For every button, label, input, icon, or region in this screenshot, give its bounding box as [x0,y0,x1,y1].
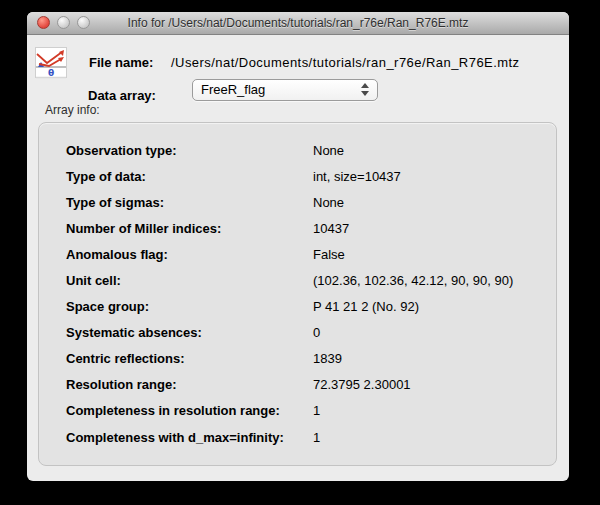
info-row: Unit cell: (102.36, 102.36, 42.12, 90, 9… [39,267,556,293]
info-row-label: Completeness in resolution range: [66,403,313,418]
array-info-section-label: Array info: [45,103,100,117]
info-row-label: Systematic absences: [66,325,313,340]
info-dialog-window: Info for /Users/nat/Documents/tutorials/… [27,12,569,481]
info-row: Resolution range: 72.3795 2.30001 [39,372,556,398]
info-row-value: 72.3795 2.30001 [313,377,411,392]
info-row-value: None [313,143,344,158]
data-array-select[interactable]: FreeR_flag [192,79,378,101]
info-row-value: int, size=10437 [313,169,401,184]
info-row: Anomalous flag: False [39,241,556,267]
desktop: { "window": { "title": "Info for /Users/… [0,0,600,505]
array-info-groupbox: Observation type: None Type of data: int… [38,122,557,466]
info-row-label: Resolution range: [66,377,313,392]
info-row-label: Observation type: [66,143,313,158]
info-row-value: 0 [313,325,320,340]
info-row-label: Completeness with d_max=infinity: [66,430,313,445]
info-row-value: False [313,247,345,262]
data-array-selected-value: FreeR_flag [201,82,265,97]
info-row: Number of Miller indices: 10437 [39,215,556,241]
info-row: Systematic absences: 0 [39,320,556,346]
info-row-label: Centric reflections: [66,351,313,366]
svg-text:θ: θ [48,68,54,78]
info-row: Type of data: int, size=10437 [39,163,556,189]
info-row-value: 1 [313,403,320,418]
info-row-value: 1 [313,430,320,445]
info-row-value: 10437 [313,221,349,236]
file-name-label: File name: [89,55,153,70]
info-row-label: Unit cell: [66,273,313,288]
info-row-label: Number of Miller indices: [66,221,313,236]
info-row: Space group: P 41 21 2 (No. 92) [39,294,556,320]
info-row-label: Type of data: [66,169,313,184]
info-row: Centric reflections: 1839 [39,346,556,372]
close-button[interactable] [37,16,50,29]
window-title: Info for /Users/nat/Documents/tutorials/… [67,12,529,34]
info-row: Type of sigmas: None [39,189,556,215]
info-row: Completeness with d_max=infinity: 1 [39,424,556,450]
info-row-label: Type of sigmas: [66,195,313,210]
data-array-label: Data array: [88,88,156,103]
title-bar[interactable]: Info for /Users/nat/Documents/tutorials/… [27,12,569,35]
info-row-value: (102.36, 102.36, 42.12, 90, 90, 90) [313,273,513,288]
info-row-value: 1839 [313,351,342,366]
info-row-value: P 41 21 2 (No. 92) [313,299,419,314]
info-row-label: Anomalous flag: [66,247,313,262]
info-row: Completeness in resolution range: 1 [39,398,556,424]
file-name-value: /Users/nat/Documents/tutorials/ran_r76e/… [171,55,520,70]
info-row: Observation type: None [39,137,556,163]
reflection-data-icon: θ [35,47,67,81]
info-row-value: None [313,195,344,210]
popup-arrows-icon [361,83,370,96]
info-row-label: Space group: [66,299,313,314]
